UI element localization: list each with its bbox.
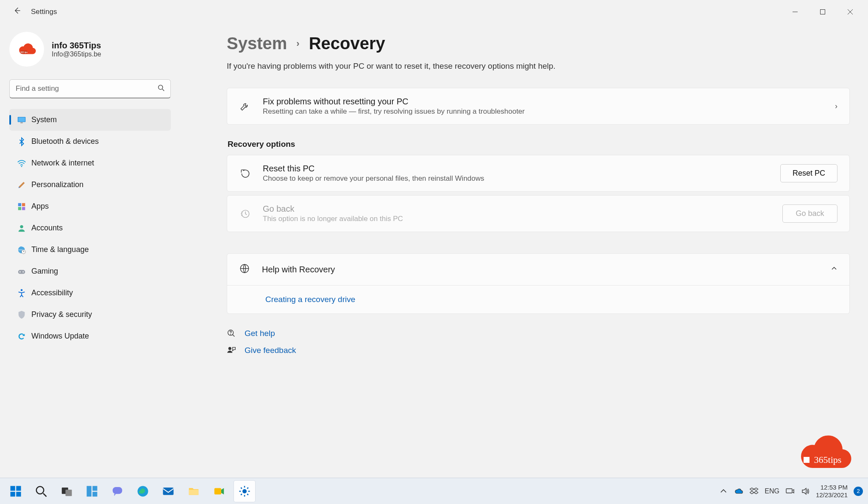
- svg-rect-24: [804, 457, 810, 463]
- svg-point-3: [159, 85, 163, 90]
- user-email: Info@365tips.be: [52, 50, 101, 58]
- language-indicator[interactable]: ENG: [765, 487, 779, 495]
- meet-button[interactable]: [209, 481, 230, 502]
- mail-button[interactable]: [158, 481, 179, 502]
- user-name: info 365Tips: [52, 41, 101, 50]
- maximize-button[interactable]: [809, 3, 836, 20]
- apps-icon: [17, 202, 31, 211]
- card-subtitle: Choose to keep or remove your personal f…: [263, 174, 768, 183]
- user-card[interactable]: 365 tips info 365Tips Info@365tips.be: [9, 32, 171, 67]
- teams-chat-button[interactable]: [107, 481, 128, 502]
- main-content: System › Recovery If you're having probl…: [180, 23, 868, 478]
- svg-point-12: [20, 225, 23, 228]
- sidebar-item-bluetooth[interactable]: Bluetooth & devices: [9, 131, 171, 152]
- recovery-drive-link[interactable]: Creating a recovery drive: [265, 295, 355, 304]
- task-view-button[interactable]: [56, 481, 77, 502]
- search-taskbar-button[interactable]: [31, 481, 52, 502]
- svg-point-41: [242, 489, 247, 493]
- reset-pc-button[interactable]: Reset PC: [780, 164, 837, 182]
- tray-chevron-icon[interactable]: [719, 487, 728, 496]
- reset-pc-card: Reset this PC Choose to keep or remove y…: [227, 155, 850, 192]
- sidebar-item-label: Time & language: [31, 245, 89, 254]
- edge-button[interactable]: [132, 481, 153, 502]
- notification-badge[interactable]: 2: [854, 487, 863, 496]
- breadcrumb: System › Recovery: [227, 34, 851, 53]
- clock[interactable]: 12:53 PM 12/23/2021: [816, 484, 848, 499]
- page-title: Recovery: [309, 34, 385, 53]
- fix-problems-card[interactable]: Fix problems without resetting your PC R…: [227, 88, 850, 125]
- close-button[interactable]: [836, 3, 864, 20]
- settings-taskbar-button[interactable]: [234, 481, 255, 502]
- avatar: 365 tips: [9, 32, 44, 67]
- start-button[interactable]: [5, 481, 26, 502]
- sidebar-item-update[interactable]: Windows Update: [9, 325, 171, 347]
- network-tray-icon[interactable]: [785, 487, 795, 496]
- link-label: Get help: [245, 329, 275, 338]
- link-label: Give feedback: [245, 346, 296, 355]
- breadcrumb-parent[interactable]: System: [227, 34, 287, 53]
- sidebar-item-label: Windows Update: [31, 332, 89, 341]
- card-title: Reset this PC: [263, 164, 768, 174]
- card-title: Help with Recovery: [262, 265, 335, 274]
- go-back-button: Go back: [782, 204, 837, 223]
- svg-rect-26: [11, 486, 15, 490]
- help-body: Creating a recovery drive: [227, 285, 849, 314]
- taskbar-left: [5, 481, 255, 502]
- svg-point-18: [21, 289, 23, 291]
- search-icon: [158, 84, 165, 94]
- help-header[interactable]: Help with Recovery: [227, 254, 849, 285]
- sidebar-item-time[interactable]: Time & language: [9, 239, 171, 260]
- titlebar: Settings: [0, 0, 868, 23]
- give-feedback-link[interactable]: Give feedback: [227, 346, 851, 355]
- sidebar-item-label: Network & internet: [31, 159, 94, 168]
- svg-point-30: [36, 486, 44, 494]
- card-subtitle: This option is no longer available on th…: [263, 215, 771, 223]
- sidebar-item-gaming[interactable]: Gaming: [9, 260, 171, 282]
- taskbar: ENG 12:53 PM 12/23/2021 2: [0, 478, 868, 504]
- sidebar: 365 tips info 365Tips Info@365tips.be Sy…: [0, 23, 180, 478]
- sidebar-item-accessibility[interactable]: Accessibility: [9, 282, 171, 304]
- svg-rect-28: [11, 492, 15, 496]
- svg-rect-27: [16, 486, 21, 490]
- volume-icon[interactable]: [801, 487, 810, 496]
- window-title: Settings: [31, 8, 57, 16]
- card-title: Fix problems without resetting your PC: [263, 97, 823, 106]
- svg-rect-15: [18, 270, 25, 274]
- svg-rect-32: [66, 490, 72, 496]
- get-help-link[interactable]: Get help: [227, 329, 851, 338]
- back-button[interactable]: [11, 6, 23, 17]
- person-icon: [17, 224, 31, 233]
- search-box[interactable]: [9, 79, 171, 98]
- svg-rect-0: [820, 9, 825, 14]
- sidebar-item-system[interactable]: System: [9, 109, 171, 131]
- go-back-card: Go back This option is no longer availab…: [227, 195, 850, 232]
- help-card: Help with Recovery Creating a recovery d…: [227, 253, 850, 314]
- explorer-button[interactable]: [183, 481, 204, 502]
- svg-rect-33: [87, 486, 92, 496]
- minimize-button[interactable]: [781, 3, 809, 20]
- globe-help-icon: [239, 263, 250, 276]
- reset-icon: [239, 168, 251, 179]
- search-input[interactable]: [9, 79, 171, 98]
- sidebar-item-label: Privacy & security: [31, 310, 92, 319]
- help-icon: [227, 329, 236, 338]
- date-text: 12/23/2021: [816, 491, 848, 499]
- sidebar-item-accounts[interactable]: Accounts: [9, 217, 171, 239]
- dropbox-icon[interactable]: [749, 487, 759, 496]
- time-text: 12:53 PM: [816, 484, 848, 491]
- svg-rect-36: [113, 487, 122, 494]
- sidebar-item-privacy[interactable]: Privacy & security: [9, 304, 171, 325]
- sidebar-item-label: Bluetooth & devices: [31, 137, 99, 146]
- sidebar-item-apps[interactable]: Apps: [9, 196, 171, 217]
- svg-point-16: [19, 271, 21, 272]
- globe-clock-icon: [17, 245, 31, 255]
- sidebar-item-label: Accessibility: [31, 288, 73, 297]
- sidebar-item-personalization[interactable]: Personalization: [9, 174, 171, 196]
- sidebar-item-label: System: [31, 115, 57, 124]
- svg-point-22: [230, 334, 231, 334]
- widgets-button[interactable]: [81, 481, 103, 502]
- svg-text:365 tips: 365 tips: [20, 51, 28, 53]
- system-icon: [17, 115, 31, 125]
- onedrive-icon[interactable]: [734, 487, 743, 496]
- sidebar-item-network[interactable]: Network & internet: [9, 152, 171, 174]
